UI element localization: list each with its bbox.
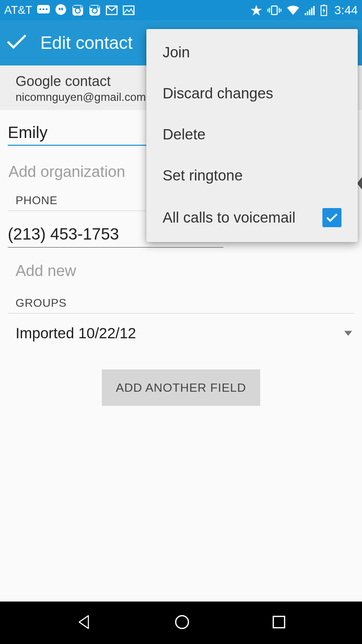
chevron-down-icon (344, 331, 352, 336)
status-bar: AT&T (0, 0, 362, 20)
svg-rect-22 (309, 10, 310, 15)
navigation-bar (0, 602, 362, 644)
instagram-icon-2 (89, 4, 101, 16)
add-another-field-button[interactable]: ADD ANOTHER FIELD (102, 369, 260, 406)
groups-section-label: GROUPS (8, 297, 354, 314)
back-button[interactable] (76, 614, 93, 632)
message-icon (37, 5, 50, 16)
signal-icon (305, 5, 315, 15)
menu-label: Join (163, 44, 190, 61)
status-right: 3:44 (250, 3, 358, 17)
home-button[interactable] (174, 614, 191, 632)
svg-point-27 (176, 616, 188, 628)
svg-point-4 (56, 4, 66, 15)
star-icon (250, 4, 262, 16)
menu-item-discard[interactable]: Discard changes (146, 73, 358, 114)
menu-label: Discard changes (163, 85, 273, 102)
svg-point-2 (43, 8, 45, 10)
svg-rect-14 (123, 6, 134, 15)
voicemail-checkbox[interactable] (322, 208, 341, 227)
carrier-label: AT&T (4, 4, 32, 17)
fast-scroll-indicator[interactable] (357, 177, 362, 190)
svg-rect-26 (323, 5, 325, 6)
svg-point-1 (40, 8, 41, 10)
menu-item-voicemail[interactable]: All calls to voicemail (146, 196, 358, 239)
svg-point-3 (46, 8, 48, 10)
svg-rect-21 (307, 11, 308, 15)
page-title: Edit contact (40, 33, 133, 53)
svg-rect-20 (305, 13, 306, 15)
svg-rect-28 (273, 616, 285, 628)
group-selector[interactable]: Imported 10/22/12 (0, 314, 362, 352)
group-value: Imported 10/22/12 (16, 325, 136, 342)
svg-rect-24 (313, 6, 315, 15)
recent-apps-button[interactable] (272, 615, 286, 631)
image-icon (123, 5, 135, 15)
instagram-icon (72, 4, 84, 16)
menu-label: All calls to voicemail (163, 209, 296, 226)
battery-icon (320, 4, 327, 16)
svg-rect-15 (272, 6, 277, 15)
vibrate-icon (267, 5, 281, 16)
wifi-icon (286, 5, 300, 16)
overflow-menu: Join Discard changes Delete Set ringtone… (146, 29, 358, 242)
menu-label: Set ringtone (163, 167, 243, 184)
menu-item-delete[interactable]: Delete (146, 114, 358, 155)
menu-label: Delete (163, 126, 205, 143)
status-left: AT&T (4, 4, 135, 17)
hangouts-icon (55, 4, 67, 16)
menu-item-join[interactable]: Join (146, 32, 358, 73)
svg-rect-23 (311, 8, 313, 15)
svg-point-8 (80, 6, 82, 8)
gmail-icon (106, 5, 118, 15)
done-icon[interactable] (7, 35, 26, 51)
svg-point-12 (97, 6, 99, 8)
menu-item-ringtone[interactable]: Set ringtone (146, 155, 358, 196)
clock: 3:44 (334, 3, 358, 17)
add-new-phone-button[interactable]: Add new (0, 248, 362, 297)
